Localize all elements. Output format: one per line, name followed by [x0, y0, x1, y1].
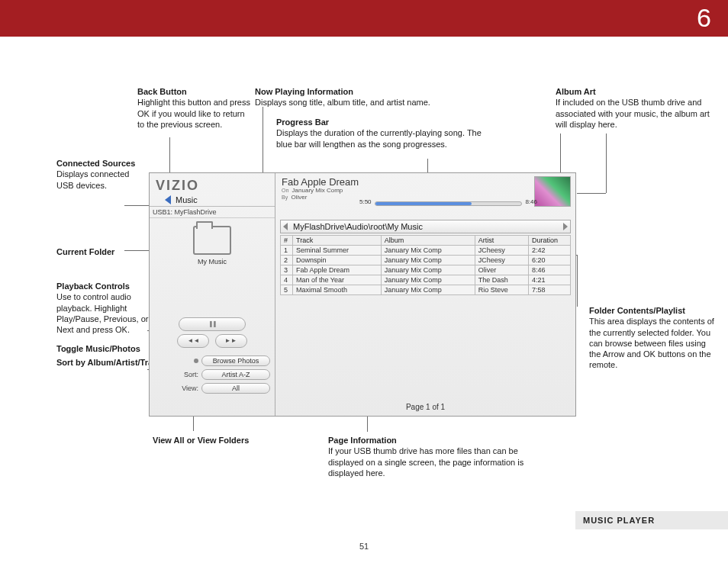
- np-album: January Mix Comp: [292, 187, 343, 194]
- cell-dur: 6:20: [529, 255, 571, 265]
- callout-line: [577, 255, 578, 307]
- back-label: Music: [176, 195, 198, 204]
- cell-track: Fab Apple Dream: [293, 265, 382, 275]
- cell-artist: JCheesy: [475, 255, 528, 265]
- cell-artist: JCheesy: [475, 245, 528, 255]
- cell-dur: 2:42: [529, 245, 571, 255]
- cell-track: Man of the Year: [293, 275, 382, 285]
- callout-line: [577, 193, 606, 194]
- np-on-prefix: On: [282, 188, 288, 193]
- table-row[interactable]: 4Man of the YearJanuary Mix CompThe Dash…: [281, 275, 571, 285]
- cell-album: January Mix Comp: [381, 245, 475, 255]
- cell-track: Maximal Smooth: [293, 285, 382, 294]
- ann-pageinfo: Page InformationIf your USB thumb drive …: [328, 435, 527, 478]
- main-area: Fab Apple Dream On January Mix Comp By O…: [275, 173, 575, 416]
- sort-select[interactable]: Sort: Artist A-Z: [150, 368, 275, 381]
- col-album: Album: [381, 235, 475, 245]
- breadcrumb-path: MyFlashDrive\Audio\root\My Music: [293, 222, 423, 231]
- view-value: All: [201, 383, 270, 394]
- cell-artist: Oliver: [475, 265, 528, 275]
- chapter-bar: 6: [0, 0, 728, 37]
- ann-back: Back ButtonHighlight this button and pre…: [137, 86, 252, 130]
- np-artist: Oliver: [291, 194, 307, 201]
- np-by-prefix: By: [282, 195, 288, 200]
- view-select[interactable]: View: All: [150, 381, 275, 395]
- cell-n: 5: [281, 285, 293, 294]
- cell-n: 2: [281, 255, 293, 265]
- chevron-right-icon: [563, 223, 568, 230]
- music-player-screen: VIZIO Music USB1: MyFlashDrive My Music …: [149, 172, 576, 417]
- current-folder[interactable]: My Music: [150, 218, 275, 270]
- track-table: # Track Album Artist Duration 1Seminal S…: [280, 235, 571, 295]
- table-header: # Track Album Artist Duration: [281, 235, 571, 245]
- ann-connected: Connected SourcesDisplays connected USB …: [56, 158, 140, 191]
- bullet-icon: [194, 359, 198, 363]
- brand-logo: VIZIO: [150, 173, 275, 194]
- cell-album: January Mix Comp: [381, 265, 475, 275]
- cell-n: 4: [281, 275, 293, 285]
- chevron-left-icon: [283, 223, 288, 230]
- table-row[interactable]: 2DownspinJanuary Mix CompJCheesy6:20: [281, 255, 571, 265]
- cell-n: 3: [281, 265, 293, 275]
- ann-foldercontents: Folder Contents/PlaylistThis area displa…: [589, 305, 719, 371]
- col-num: #: [281, 235, 293, 245]
- ann-nowplaying: Now Playing InformationDisplays song tit…: [255, 86, 499, 108]
- ann-albumart: Album ArtIf included on the USB thumb dr…: [556, 86, 716, 130]
- progress-bar[interactable]: [375, 201, 522, 206]
- table-row[interactable]: 3Fab Apple DreamJanuary Mix CompOliver8:…: [281, 265, 571, 275]
- cell-track: Downspin: [293, 255, 382, 265]
- total-time: 8:46: [525, 198, 537, 205]
- breadcrumb[interactable]: MyFlashDrive\Audio\root\My Music: [280, 220, 571, 233]
- sidebar: VIZIO Music USB1: MyFlashDrive My Music …: [150, 173, 275, 416]
- cell-dur: 8:46: [529, 265, 571, 275]
- play-pause-button[interactable]: ❚❚: [179, 317, 246, 331]
- folder-label: My Music: [150, 258, 275, 265]
- col-track: Track: [293, 235, 382, 245]
- chapter-number: 6: [697, 3, 711, 33]
- ann-view: View All or View Folders: [153, 435, 252, 446]
- page-number: 51: [359, 542, 369, 551]
- callout-line: [606, 134, 607, 193]
- cell-n: 1: [281, 245, 293, 255]
- ann-playback: Playback ControlsUse to control audio pl…: [56, 281, 163, 335]
- callout-line: [263, 107, 263, 176]
- browse-photos-label: Browse Photos: [201, 355, 270, 366]
- cell-dur: 7:58: [529, 285, 571, 294]
- connected-source[interactable]: USB1: MyFlashDrive: [150, 207, 275, 218]
- ann-progress: Progress BarDisplays the duration of the…: [276, 117, 490, 150]
- view-prefix: View:: [182, 384, 198, 392]
- ann-currentfolder: Current Folder: [56, 246, 140, 257]
- playback-controls: ❚❚ ◄◄ ►►: [150, 316, 275, 349]
- next-button[interactable]: ►►: [215, 334, 247, 348]
- cell-album: January Mix Comp: [381, 275, 475, 285]
- page-info: Page 1 of 1: [406, 403, 445, 411]
- section-label: MUSIC PLAYER: [575, 511, 728, 529]
- sort-prefix: Sort:: [184, 371, 198, 378]
- browse-photos-button[interactable]: Browse Photos: [150, 354, 275, 368]
- cell-album: January Mix Comp: [381, 285, 475, 294]
- previous-button[interactable]: ◄◄: [177, 334, 209, 348]
- cell-dur: 4:21: [529, 275, 571, 285]
- np-album-row: On January Mix Comp: [282, 188, 569, 195]
- back-arrow-icon: [165, 195, 171, 204]
- elapsed-time: 5:50: [359, 198, 372, 205]
- cell-album: January Mix Comp: [381, 255, 475, 265]
- back-button[interactable]: Music: [150, 194, 275, 207]
- col-artist: Artist: [475, 235, 528, 245]
- table-row[interactable]: 5Maximal SmoothJanuary Mix CompRio Steve…: [281, 285, 571, 294]
- album-art: [534, 176, 571, 207]
- progress-fill: [375, 202, 472, 205]
- sort-value: Artist A-Z: [201, 369, 270, 380]
- cell-artist: Rio Steve: [475, 285, 528, 294]
- np-song-title: Fab Apple Dream: [282, 176, 569, 188]
- cell-track: Seminal Summer: [293, 245, 382, 255]
- folder-icon: [193, 226, 231, 255]
- col-duration: Duration: [529, 235, 571, 245]
- cell-artist: The Dash: [475, 275, 528, 285]
- table-row[interactable]: 1Seminal SummerJanuary Mix CompJCheesy2:…: [281, 245, 571, 255]
